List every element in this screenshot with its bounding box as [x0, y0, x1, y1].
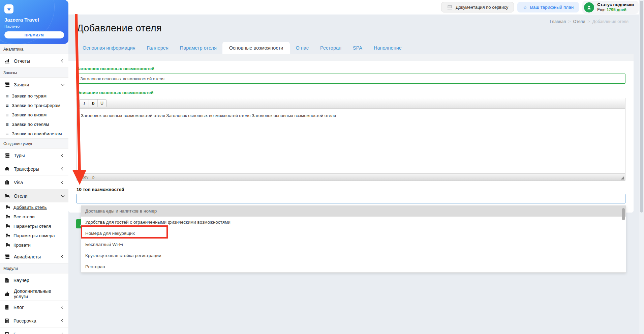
sidebar-item-label: Отчеты — [14, 58, 30, 64]
calculator-icon — [4, 318, 9, 324]
editor-content[interactable]: Заголовок основных возможностей отеля За… — [77, 109, 625, 173]
sidebar-section-analytics: Аналитика — [0, 44, 68, 54]
sidebar-item-requests[interactable]: Заявки — [0, 78, 68, 91]
breadcrumb: Главная > Отели > Добавление отеля — [550, 19, 628, 24]
tab-main-features[interactable]: Основные возможности — [222, 42, 290, 54]
top-features-label: 10 топ возможностей — [76, 187, 625, 192]
tab-spa[interactable]: SPA — [347, 42, 368, 54]
list-icon: ≡ — [6, 112, 9, 117]
document-icon — [4, 278, 9, 283]
chevron-left-icon — [61, 59, 65, 63]
sidebar-item-visa[interactable]: Visa — [0, 175, 68, 189]
bar-chart-icon — [4, 58, 10, 64]
sidebar: ★ Jazeera Travel Партнер ПРЕМИУМ Аналити… — [0, 0, 68, 334]
documentation-button[interactable]: Документация по сервису — [441, 2, 514, 12]
tab-main-info[interactable]: Основная информация — [77, 42, 141, 54]
tab-restaurant[interactable]: Ресторан — [314, 42, 347, 54]
sidebar-item-blog[interactable]: Блог — [0, 300, 68, 314]
brand-name: Jazeera Travel — [4, 17, 64, 23]
topbar: Документация по сервису ☆ Ваш тарифный п… — [68, 0, 644, 15]
sidebar-subitem-hotel-requests[interactable]: ≡Заявки по отелям — [0, 119, 68, 129]
dropdown-option-non-smoking[interactable]: Номера для некурящих — [81, 228, 626, 239]
list-icon: ≡ — [6, 103, 9, 108]
sidebar-item-tours[interactable]: Туры — [0, 148, 68, 162]
tariff-plan-button[interactable]: ☆ Ваш тарифный план — [517, 2, 579, 12]
sidebar-item-avia-tickets[interactable]: Авиабилеты — [0, 250, 68, 263]
page-scrollbar[interactable] — [639, 0, 644, 334]
underline-button[interactable]: U — [97, 100, 106, 107]
dropdown-option[interactable]: Удобства для гостей с ограниченными физи… — [81, 217, 626, 228]
sidebar-subitem-add-hotel[interactable]: Добавить отель — [0, 202, 68, 212]
sidebar-subitem-transfer-requests[interactable]: ≡Заявки по трансферам — [0, 101, 68, 110]
list-icon: ≡ — [6, 122, 9, 127]
user-avatar-icon — [584, 2, 594, 12]
laptop-icon — [447, 5, 453, 10]
features-title-input[interactable] — [76, 74, 625, 84]
sidebar-subitem-tour-requests[interactable]: ≡Заявки по турам — [0, 91, 68, 101]
resize-grip-icon[interactable] — [621, 176, 624, 179]
editor-path-p[interactable]: p — [92, 175, 94, 179]
sidebar-item-label: Заявки — [14, 82, 29, 87]
bed-icon — [6, 224, 10, 228]
chevron-left-icon — [61, 181, 65, 184]
top-features-input[interactable] — [76, 194, 625, 203]
format-button-group: I B U — [80, 99, 106, 107]
sidebar-subitem-visa-requests[interactable]: ≡Заявки по визам — [0, 110, 68, 119]
sidebar-section-modules: Модули — [0, 263, 68, 273]
tab-hotel-parameter[interactable]: Параметр отеля — [174, 42, 222, 54]
editor-path-body[interactable]: body — [80, 175, 88, 179]
star-outline-icon: ☆ — [523, 4, 527, 10]
sidebar-item-installment[interactable]: Рассрочка — [0, 314, 68, 327]
subscription-remaining: Еще 1795 дней — [597, 7, 634, 12]
breadcrumb-separator: > — [588, 19, 590, 24]
sidebar-item-extra-services[interactable]: Дополнительные услуги — [0, 287, 68, 300]
features-title-label: Заголовок основных возможностей — [76, 66, 625, 71]
brand-role: Партнер — [4, 24, 64, 28]
subscription-days: 1795 дней — [607, 7, 626, 12]
dropdown-option[interactable]: Бесплатный Wi-Fi — [81, 239, 626, 250]
chevron-left-icon — [61, 255, 65, 258]
sidebar-section-orders: Заказы — [0, 67, 68, 78]
stack-icon — [4, 82, 10, 87]
sidebar-subitem-room-params[interactable]: Параметры номера — [0, 231, 68, 240]
car-icon — [4, 166, 10, 172]
tab-content-filling[interactable]: Наполнение — [368, 42, 407, 54]
panel-header-strip — [68, 54, 634, 61]
module-icon — [4, 332, 9, 334]
tab-content-panel: Заголовок основных возможностей Описание… — [68, 61, 634, 213]
breadcrumb-current: Добавление отеля — [592, 19, 628, 24]
breadcrumb-home[interactable]: Главная — [550, 19, 566, 24]
chevron-left-icon — [61, 319, 65, 323]
bold-button[interactable]: B — [89, 100, 97, 107]
dropdown-scrollbar-thumb[interactable] — [622, 208, 625, 220]
breadcrumb-hotels[interactable]: Отели — [573, 19, 585, 24]
sidebar-item-cutoff[interactable]: Б — [0, 327, 68, 334]
page-scrollbar-thumb[interactable] — [640, 1, 643, 213]
brand-header: ★ Jazeera Travel Партнер ПРЕМИУМ — [0, 0, 68, 44]
breadcrumb-separator: > — [568, 19, 571, 24]
sidebar-item-transfers[interactable]: Трансферы — [0, 162, 68, 175]
stack-icon — [4, 153, 10, 158]
sidebar-subitem-all-hotels[interactable]: Все отели — [0, 212, 68, 221]
sidebar-item-hotels[interactable]: Отели — [0, 189, 68, 202]
tab-gallery[interactable]: Галлерея — [141, 42, 174, 54]
sidebar-item-reports[interactable]: Отчеты — [0, 54, 68, 67]
star-icon: ★ — [7, 6, 11, 12]
sidebar-subitem-beds[interactable]: Кровати — [0, 240, 68, 250]
chevron-left-icon — [61, 306, 65, 309]
sidebar-subitem-hotel-params[interactable]: Параметры отеля — [0, 221, 68, 231]
subscription-status-chip[interactable]: Статус подписки Еще 1795 дней — [582, 1, 639, 14]
chevron-left-icon — [61, 154, 65, 157]
tab-about[interactable]: О нас — [290, 42, 314, 54]
list-icon: ≡ — [6, 131, 9, 136]
brand-logo: ★ — [4, 4, 13, 13]
premium-badge-button[interactable]: ПРЕМИУМ — [4, 31, 64, 38]
italic-button[interactable]: I — [80, 100, 89, 107]
sidebar-subitem-avia-requests[interactable]: ≡Заявки по авиобилетам — [0, 129, 68, 138]
sidebar-item-voucher[interactable]: Ваучер — [0, 273, 68, 287]
dropdown-option[interactable]: Ресторан — [81, 261, 626, 272]
dropdown-option[interactable]: Круглосуточная стойка регистрации — [81, 250, 626, 261]
subscription-title: Статус подписки — [597, 2, 634, 7]
bed-icon — [6, 205, 10, 209]
dropdown-option[interactable]: Доставка еды и напитков в номер — [81, 205, 626, 217]
